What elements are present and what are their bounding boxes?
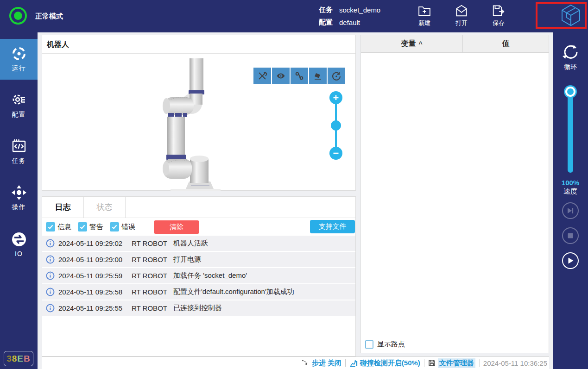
sidebar-item-operate[interactable]: 操作 (0, 178, 38, 219)
save-task-button[interactable]: 保存 (486, 4, 512, 27)
file-manager-label: 文件管理器 (438, 358, 475, 368)
log-row[interactable]: 2024-05-11 09:25:58 RT ROBOT 配置文件'defaul… (42, 284, 355, 300)
brand-logo-icon[interactable] (561, 4, 581, 26)
sidebar-item-label: 配置 (12, 111, 26, 119)
new-task-label: 新建 (418, 19, 430, 27)
step-mode-label: 步进 关闭 (312, 359, 341, 368)
info-filter-checkbox[interactable] (46, 222, 55, 231)
open-task-label: 打开 (455, 19, 468, 27)
log-time: 2024-05-11 09:25:59 (58, 272, 132, 280)
task-config-block: 任务 socket_demo 配置 default (319, 4, 380, 29)
view-path-button[interactable] (291, 68, 308, 84)
log-filterbar: 信息 警告 错误 清除 支持文件 (42, 218, 356, 236)
log-message: 配置文件'default.configuration'加载成功 (173, 288, 294, 296)
warning-filter-checkbox[interactable] (78, 222, 87, 231)
value-column-header[interactable]: 值 (463, 35, 549, 52)
loop-icon (561, 43, 580, 61)
info-icon (46, 271, 55, 280)
code-window-icon (11, 138, 27, 154)
variables-table-body (361, 53, 549, 340)
log-time: 2024-05-11 09:25:58 (58, 288, 132, 296)
loop-mode-button[interactable]: 循环 (553, 43, 588, 71)
sidebar-item-io[interactable]: IO (0, 224, 38, 265)
io-swap-icon (11, 231, 27, 247)
tab-log[interactable]: 日志 (42, 197, 84, 218)
sidebar-item-label: 任务 (12, 157, 26, 165)
sidebar-item-run[interactable]: 运行 (0, 39, 38, 80)
mode-label: 正常模式 (35, 12, 63, 21)
log-message: 加载任务 'socket_demo' (173, 271, 247, 280)
variables-header: 变量 ^ 值 (361, 35, 549, 53)
file-manager-button[interactable]: 文件管理器 (424, 358, 479, 368)
log-row[interactable]: 2024-05-11 09:25:55 RT ROBOT 已连接到控制器 (42, 300, 355, 316)
loop-label: 循环 (564, 63, 577, 71)
sidebar-item-task[interactable]: 任务 (0, 131, 38, 172)
code-char: E (17, 354, 24, 364)
rotate-view-icon (331, 71, 341, 81)
variable-column-header[interactable]: 变量 ^ (361, 35, 463, 52)
stop-icon (567, 232, 574, 239)
info-filter-label: 信息 (57, 223, 71, 231)
floppy-disk-icon (428, 359, 436, 367)
robot-status-light (9, 7, 27, 25)
show-waypoints-row: 显示路点 (365, 340, 405, 349)
view-tools-button[interactable] (253, 68, 271, 84)
stop-button[interactable] (562, 227, 579, 244)
check-icon (47, 224, 54, 230)
minus-icon (333, 150, 339, 156)
variables-panel: 变量 ^ 值 显示路点 (360, 35, 549, 353)
sidebar-item-label: 操作 (12, 203, 26, 212)
config-label: 配置 (319, 18, 336, 27)
open-task-button[interactable]: 打开 (449, 4, 474, 27)
log-message: 打开电源 (173, 255, 201, 264)
sort-ascending-icon: ^ (418, 40, 422, 48)
check-icon (111, 224, 118, 230)
zoom-slider-handle[interactable] (331, 120, 341, 131)
move-arrows-icon (11, 185, 27, 200)
speed-slider-handle[interactable] (565, 87, 575, 97)
view-toolbar (253, 68, 345, 84)
top-bar: 正常模式 任务 socket_demo 配置 default 新建 打开 保存 (0, 0, 588, 32)
collision-detection-toggle[interactable]: 碰撞检测开启(50%) (346, 359, 424, 368)
code-char: B (24, 354, 31, 364)
brand-logo-highlight-box (536, 2, 587, 29)
log-source: RT ROBOT (132, 304, 172, 312)
robot-3d-view[interactable] (160, 57, 223, 193)
view-erase-button[interactable] (309, 68, 327, 84)
log-row[interactable]: 2024-05-11 09:29:02 RT ROBOT 机器人活跃 (42, 236, 355, 251)
speed-label: 速度 (553, 187, 588, 196)
code-char: 8 (12, 354, 18, 364)
tab-status[interactable]: 状态 (84, 197, 126, 218)
log-row[interactable]: 2024-05-11 09:29:00 RT ROBOT 打开电源 (42, 252, 355, 267)
log-source: RT ROBOT (132, 288, 172, 296)
step-mode-toggle[interactable]: 步进 关闭 (297, 359, 345, 368)
sidebar-item-config[interactable]: 配置 (0, 85, 38, 126)
run-icon (11, 46, 27, 62)
statusbar-clock: 2024-05-11 10:36:25 (479, 359, 549, 367)
info-icon (46, 304, 55, 313)
step-next-button[interactable] (562, 202, 579, 219)
show-waypoints-checkbox[interactable] (365, 340, 373, 349)
clear-log-button[interactable]: 清除 (154, 220, 199, 234)
new-task-button[interactable]: 新建 (411, 4, 437, 27)
log-time: 2024-05-11 09:29:00 (58, 256, 132, 263)
log-row[interactable]: 2024-05-11 09:25:59 RT ROBOT 加载任务 'socke… (42, 268, 355, 283)
log-time: 2024-05-11 09:29:02 (58, 239, 132, 247)
task-value: socket_demo (339, 6, 380, 14)
collision-icon (349, 359, 358, 367)
open-envelope-icon (455, 4, 468, 18)
speed-slider-track[interactable] (568, 90, 573, 173)
zoom-out-button[interactable] (329, 147, 342, 160)
error-filter-checkbox[interactable] (110, 222, 119, 231)
gear-icon (11, 92, 27, 108)
view-rotate-button[interactable] (328, 68, 345, 84)
tools-icon (257, 71, 267, 81)
status-dot (14, 12, 22, 20)
view-visibility-button[interactable] (272, 68, 290, 84)
support-file-button[interactable]: 支持文件 (310, 220, 355, 233)
play-button[interactable] (562, 252, 579, 269)
sidebar-item-label: IO (15, 250, 23, 257)
eye-icon (276, 71, 286, 81)
value-column-label: 值 (502, 39, 510, 49)
info-icon (46, 255, 55, 264)
